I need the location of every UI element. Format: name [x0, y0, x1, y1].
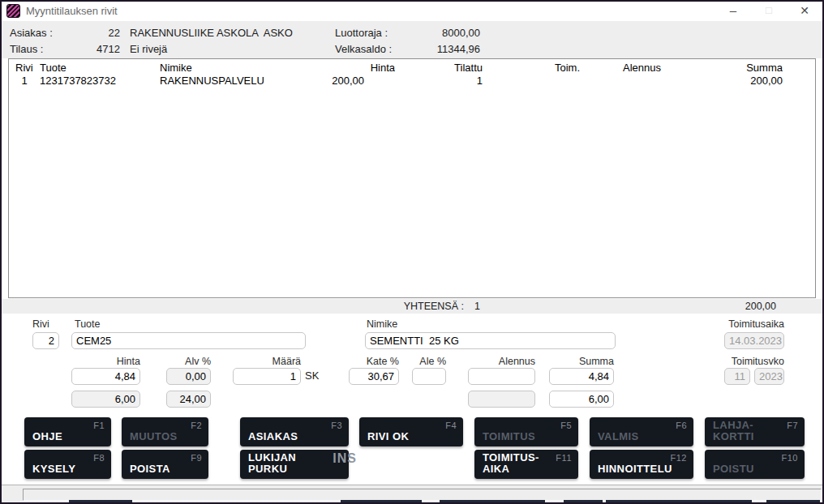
cell-rivi: 1 [9, 75, 40, 87]
valmis-button: VALMISF6 [590, 417, 693, 446]
order-header-panel: Asiakas : 22 RAKENNUSLIIKE ASKOLA ASKO L… [2, 21, 822, 58]
cell-tilattu: 1 [395, 75, 483, 87]
kate-label: Kate % [349, 356, 399, 367]
nimike-label: Nimike [367, 318, 397, 330]
clipped-button-fragment [440, 500, 545, 502]
hinta-field[interactable]: 4,84 [71, 368, 140, 385]
poista-button[interactable]: POISTAF9 [122, 450, 208, 479]
f12-key-label: F12 [671, 453, 687, 463]
hinta-label: Hinta [71, 356, 140, 367]
app-logo-icon [6, 4, 20, 18]
col-tuote: Tuote [40, 62, 160, 74]
window-controls: – □ ✕ [715, 2, 822, 21]
asiakas-name: RAKENNUSLIIKE ASKOLA ASKO [130, 27, 293, 39]
cell-alennus [580, 75, 661, 87]
toimitusaika-label: Toimitusaika [703, 318, 784, 330]
tuote-field[interactable]: CEM25 [71, 332, 306, 349]
alennus-field[interactable] [468, 368, 535, 385]
tuote-label: Tuote [75, 318, 101, 330]
cell-nimike: RAKENNUSPALVELU [160, 75, 332, 87]
table-row[interactable]: 1 1231737823732 RAKENNUSPALVELU 200,00 1… [9, 74, 815, 87]
totals-tilattu: 1 [407, 301, 480, 312]
alennus-label: Alennus [468, 356, 535, 367]
hinnoittelu-button[interactable]: HINNOITTELUF12 [590, 450, 693, 479]
poistu-button: POISTUF10 [705, 450, 805, 479]
ale-label: Ale % [412, 356, 446, 367]
maara-label: Määrä [233, 356, 301, 367]
maara-unit: SK [305, 369, 319, 382]
status-message-field [23, 489, 822, 501]
asiakas-label: Asiakas : [10, 27, 53, 39]
rivi-ok-button[interactable]: RIVI OKF4 [359, 417, 463, 446]
alennus-alt-field [468, 391, 535, 408]
f8-key-label: F8 [93, 453, 105, 463]
toimitus-button: TOIMITUSF5 [474, 417, 578, 446]
toimitusvko-label: Toimitusvko [687, 356, 784, 367]
kysely-button[interactable]: KYSELYF8 [24, 450, 111, 479]
alv-alt-field: 24,00 [166, 391, 211, 408]
f10-key-label: F10 [782, 453, 798, 463]
totals-summa: 200,00 [671, 301, 776, 312]
f11-key-label: F11 [556, 453, 572, 463]
cell-toim [483, 75, 580, 87]
asiakas-number: 22 [49, 27, 120, 39]
ohje-button[interactable]: OHJEF1 [24, 417, 111, 446]
clipped-button-fragment [766, 500, 820, 502]
col-rivi: Rivi [9, 62, 40, 74]
toimitusaika-field: 14.03.2023 [724, 332, 784, 349]
cell-summa: 200,00 [677, 75, 783, 87]
alv-label: Alv % [166, 356, 211, 367]
close-icon[interactable]: ✕ [787, 2, 822, 21]
minimize-icon[interactable]: – [715, 2, 751, 21]
luottoraja-value: 8000,00 [371, 27, 480, 39]
f2-key-label: F2 [191, 421, 202, 430]
title-bar: Myyntitilauksen rivit – □ ✕ [2, 2, 822, 21]
f3-key-label: F3 [331, 421, 342, 430]
rivi-field[interactable]: 2 [32, 332, 59, 349]
totals-bar: YHTEENSÄ : 1 200,00 [2, 299, 822, 314]
f1-key-label: F1 [93, 421, 105, 430]
tilaus-label: Tilaus : [10, 43, 43, 55]
hinta-alt-field: 6,00 [71, 391, 140, 408]
summa-field[interactable]: 4,84 [549, 368, 614, 385]
col-summa: Summa [677, 62, 783, 74]
f5-key-label: F5 [560, 421, 572, 430]
toimitusvko-week-field: 11 [724, 368, 750, 385]
clipped-button-fragment [564, 500, 603, 502]
ins-key-label: INS [333, 451, 357, 466]
tilaus-number: 4712 [49, 43, 120, 55]
kate-field[interactable]: 30,67 [349, 368, 399, 385]
col-alennus: Alennus [580, 62, 661, 74]
cell-tuote: 1231737823732 [40, 75, 160, 87]
col-toim: Toim. [483, 62, 580, 74]
maximize-icon: □ [751, 2, 787, 21]
lukijan-purku-button[interactable]: LUKIJAN PURKUINS [240, 450, 349, 479]
alv-field: 0,00 [166, 368, 211, 385]
col-hinta: Hinta [332, 62, 395, 74]
clipped-button-fragment [341, 500, 422, 502]
tilaus-status: Ei rivejä [130, 43, 167, 55]
ale-field[interactable] [412, 368, 446, 385]
window-title: Myyntitilauksen rivit [26, 2, 118, 21]
table-header-row: Rivi Tuote Nimike Hinta Tilattu Toim. Al… [9, 59, 815, 74]
toimitusaika-button[interactable]: TOIMITUS- AIKAF11 [474, 450, 578, 479]
f6-key-label: F6 [676, 421, 687, 430]
f4-key-label: F4 [445, 421, 457, 430]
maara-field[interactable]: 1 [233, 368, 301, 385]
sales-order-rows-window: Myyntitilauksen rivit – □ ✕ Asiakas : 22… [0, 0, 824, 504]
line-edit-panel: Rivi Tuote Nimike Toimitusaika 2 CEM25 S… [2, 314, 822, 485]
col-tilattu: Tilattu [395, 62, 483, 74]
f7-key-label: F7 [787, 421, 798, 430]
summa-alt-field: 6,00 [549, 391, 614, 408]
rivi-label: Rivi [32, 318, 49, 330]
order-lines-table[interactable]: Rivi Tuote Nimike Hinta Tilattu Toim. Al… [8, 58, 816, 298]
clipped-button-fragment [606, 500, 752, 502]
muutos-button: MUUTOSF2 [122, 417, 208, 446]
nimike-field[interactable]: SEMENTTI 25 KG [365, 332, 616, 349]
velkasaldo-value: 11344,96 [371, 43, 480, 55]
lahjakortti-button: LAHJA- KORTTIF7 [705, 417, 805, 446]
f9-key-label: F9 [191, 453, 202, 463]
asiakas-button[interactable]: ASIAKASF3 [240, 417, 349, 446]
cell-hinta: 200,00 [332, 75, 395, 87]
col-nimike: Nimike [160, 62, 332, 74]
